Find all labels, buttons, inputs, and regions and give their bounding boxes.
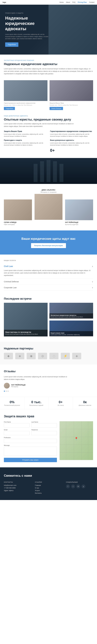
trusted-left-desc: Lorem ipsum dolor sit amet, consectetur …: [4, 133, 47, 138]
partner-logo-6: ⚡: [61, 353, 70, 359]
trusted-label: НАШИ ДОВЕРЕННЫЕ АДВОКАТЫ: [4, 115, 93, 117]
team-section: СЕЛИН АЛМЕДА Офис менеджер ДЖЕК АЛЬФАРЕС…: [0, 184, 97, 230]
contact-form-title: Защита ваших прав: [4, 414, 93, 418]
trusted-counter: 0+: [50, 148, 93, 153]
first-name-input[interactable]: [4, 423, 29, 428]
team-name-2: ДЖЕК АЛЬФАРЕС: [34, 189, 63, 191]
last-name-input[interactable]: [31, 423, 57, 428]
building-img: [0, 158, 97, 184]
connect-link-1[interactable]: Главная: [35, 484, 62, 486]
connect-social-title: Социальные: [66, 481, 93, 483]
nav-faq[interactable]: FAQ: [72, 2, 75, 3]
connect-links-title: Ссылки: [35, 481, 62, 483]
map-grid: [60, 421, 93, 460]
form-last-name: Last Name: [31, 421, 57, 428]
form-row-contact: Email Telephone: [4, 429, 57, 435]
dot-1[interactable]: [4, 391, 5, 392]
nav-home[interactable]: Home: [60, 2, 64, 3]
image-btn-right[interactable]: Узнать больше: [50, 107, 63, 110]
connect-link-3[interactable]: Услуги: [35, 490, 62, 492]
partner-logo-1: ◆: [4, 353, 13, 359]
message-textarea[interactable]: [4, 446, 57, 456]
submit-button[interactable]: Отправить ваш запрос: [4, 458, 57, 462]
cta-button[interactable]: Получить бесплатную консультацию: [31, 243, 66, 248]
team-member-1: СЕЛИН АЛМЕДА Офис менеджер: [4, 200, 32, 225]
phone-input[interactable]: [31, 431, 57, 435]
message-label: Message: [4, 444, 57, 446]
trusted-left-subdesc: Lorem ipsum dolor sit amet, consectetur …: [4, 142, 47, 146]
meeting-overlay-3: Защита ваших прав Lorem ipsum dolor sit …: [49, 331, 93, 336]
meeting-overlay-2: Экспертные юридические процессы At vero …: [49, 314, 93, 319]
logo: logo: [2, 1, 6, 3]
stat-4: 0к Довольных клиентов: [73, 397, 97, 409]
meeting-card-1: Ваши партнеры по производству At vero eo…: [4, 303, 48, 336]
hero-button[interactable]: Подробнее: [5, 42, 18, 47]
chevron-down-icon-1: ∨: [92, 280, 93, 283]
stat-3: 0+ Лет опыта: [49, 397, 73, 409]
hero-bg: [49, 5, 97, 54]
map-placeholder: 📍: [60, 421, 93, 460]
service-criminal-name: Criminal Defense: [4, 280, 19, 283]
expert-section: ЭКСПЕРТНЫЕ ЮРИДИЧЕСКИЕ РЕШЕНИЯ Надежные …: [0, 54, 97, 80]
contact-form-left: First Name Last Name Email Telephone: [4, 421, 57, 462]
stat-label-1: Положительный результат: [2, 404, 22, 406]
meeting-title-2: Экспертные юридические процессы: [50, 314, 92, 316]
services-title: НАШИ УСЛУГИ: [4, 260, 93, 261]
nav-contact[interactable]: Contact: [89, 2, 95, 3]
dot-3[interactable]: [7, 391, 8, 392]
image-card-left: Гарантированное юридическое совершенство…: [4, 80, 47, 110]
hero-desc: Lorem ipsum dolor sit amet, consectetur …: [5, 33, 49, 40]
image-btn-left[interactable]: Подробнее: [4, 107, 15, 110]
social-facebook[interactable]: f: [66, 484, 70, 488]
email-input[interactable]: [4, 431, 29, 435]
partner-logo-4: ◎: [38, 353, 47, 359]
connect-title: Свяжитесь с нами: [4, 474, 93, 478]
social-linkedin[interactable]: in: [76, 484, 80, 488]
partners-section: Надежные партнеры ◆ ◈ ◉ ◎ ◌ ⚡ ◈: [0, 342, 97, 364]
partners-logos: ◆ ◈ ◉ ◎ ◌ ⚡ ◈: [4, 353, 93, 359]
service-civil-name: Civil Law: [4, 265, 13, 268]
stat-number-1: 0%: [2, 400, 22, 404]
contact-form-layout: First Name Last Name Email Telephone: [4, 421, 93, 462]
social-twitter[interactable]: t: [71, 484, 75, 488]
service-civil-header[interactable]: Civil Law ∧: [4, 263, 93, 269]
hero-content: ПРАВОСУДИЕ И ЗАЩИТА Надежные юридические…: [5, 12, 49, 47]
team-role-3: Бухгалтер аудитора: [65, 224, 93, 225]
image-cards: Гарантированное юридическое совершенство…: [0, 80, 97, 115]
connect-grid: Контакты info@domain.com +7 000 000 0000…: [4, 481, 93, 495]
trusted-right-subdesc: Lorem ipsum dolor sit amet, consectetur …: [50, 142, 93, 146]
trusted-left-title: Защита Ваших Прав: [4, 130, 47, 132]
building-section: [0, 158, 97, 184]
trusted-section: НАШИ ДОВЕРЕННЫЕ АДВОКАТЫ Опытные юристы,…: [0, 115, 97, 158]
service-corporate: Corporate Law ∨: [4, 284, 93, 290]
nav-about[interactable]: About: [66, 2, 70, 3]
contact-form-section: Защита ваших прав First Name Last Name E…: [0, 409, 97, 467]
profession-input[interactable]: [4, 439, 57, 443]
connect-phone: +7 000 000 0000: [4, 487, 31, 489]
social-youtube[interactable]: y: [82, 484, 85, 488]
meeting-card-2: Экспертные юридические процессы At vero …: [49, 303, 93, 319]
connect-link-4[interactable]: Контакты: [35, 492, 62, 494]
hero-label: ПРАВОСУДИЕ И ЗАЩИТА: [5, 12, 49, 14]
form-email: Email: [4, 429, 29, 435]
stat-label-3: Лет опыта: [51, 404, 70, 406]
author-role: Менеджер: [11, 386, 26, 388]
dot-2[interactable]: [6, 391, 7, 392]
map-marker: 📍: [74, 437, 78, 441]
team-photo-3: [65, 200, 93, 220]
image-caption-left: Гарантированное юридическое совершенство: [4, 102, 47, 104]
team-role-1: Офис менеджер: [4, 224, 32, 225]
trusted-right-desc: Lorem ipsum dolor sit amet, consectetur …: [50, 133, 93, 138]
service-corporate-header[interactable]: Corporate Law ∨: [4, 284, 93, 290]
email-label: Email: [4, 429, 29, 430]
nav-pricing[interactable]: Pricing Plan: [78, 2, 87, 3]
form-profession: Profession: [4, 437, 57, 443]
connect-link-2[interactable]: О нас: [35, 487, 62, 489]
stat-label-4: Довольных клиентов: [75, 404, 95, 406]
meeting-title-3: Защита ваших прав: [50, 332, 92, 334]
meetings-section: Последние встречи Ваши партнеры по произ…: [0, 296, 97, 342]
service-criminal-header[interactable]: Criminal Defense ∨: [4, 279, 93, 284]
team-photo-1: [4, 200, 32, 220]
service-civil-desc: Lorem ipsum dolor sit amet, consectetur …: [4, 269, 93, 279]
last-name-label: Last Name: [31, 421, 57, 423]
